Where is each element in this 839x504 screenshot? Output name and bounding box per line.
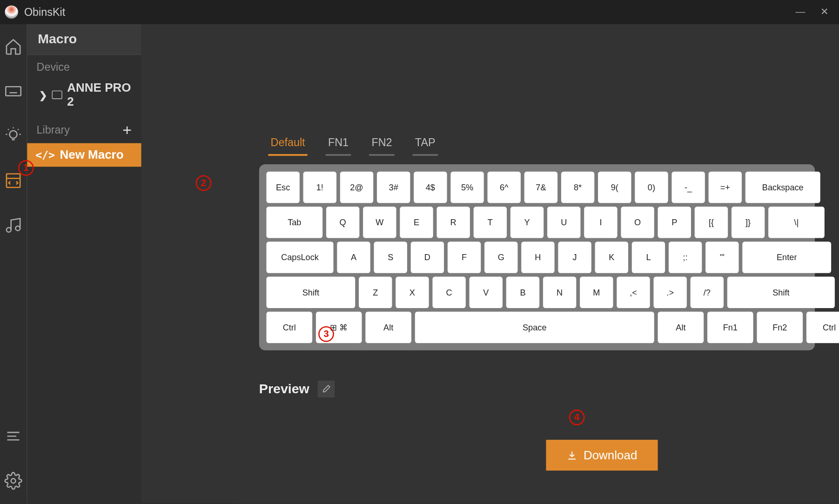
add-macro-button[interactable]: + [122,121,132,140]
key-backspace[interactable]: Backspace [745,172,820,203]
key-backslash[interactable]: \| [768,207,825,238]
key-5[interactable]: 5% [450,172,483,203]
key-space[interactable]: Space [415,312,654,343]
macro-list-item[interactable]: </> New Macro [27,143,141,167]
annotation-4: 4 [569,410,585,425]
download-button[interactable]: Download [546,440,658,470]
home-icon[interactable] [3,36,23,57]
music-icon[interactable] [3,215,23,235]
svg-point-20 [11,478,15,483]
key-minus[interactable]: -_ [671,172,705,203]
keyboard-icon[interactable] [3,81,23,101]
key-h[interactable]: H [521,242,554,273]
code-icon: </> [35,148,55,161]
device-item[interactable]: ❯ ANNE PRO 2 [27,77,141,114]
edit-button[interactable] [318,381,335,397]
key-k[interactable]: K [595,242,628,273]
layer-tabs: Default FN1 FN2 TAP [268,133,815,156]
key-p[interactable]: P [658,207,691,238]
svg-point-6 [9,131,17,138]
download-icon [567,450,577,460]
macro-item-label: New Macro [60,148,124,162]
key-w[interactable]: W [363,207,396,238]
key-c[interactable]: C [432,277,465,308]
device-section-label: Device [27,55,141,77]
key-2[interactable]: 2@ [340,172,373,203]
key-a[interactable]: A [337,242,370,273]
key-1[interactable]: 1! [303,172,336,203]
key-rbracket[interactable]: ]} [732,207,765,238]
keyboard-small-icon [52,91,62,99]
key-q[interactable]: Q [326,207,359,238]
close-button[interactable]: ✕ [820,7,828,17]
annotation-1: 1 [18,160,34,176]
key-v[interactable]: V [470,277,503,308]
key-7[interactable]: 7& [524,172,557,203]
key-d[interactable]: D [411,242,444,273]
window-controls: — ✕ [796,7,834,17]
nav-rail [0,24,26,503]
key-t[interactable]: T [474,207,507,238]
key-g[interactable]: G [484,242,517,273]
key-l[interactable]: L [632,242,665,273]
key-4[interactable]: 4$ [414,172,447,203]
key-lshift[interactable]: Shift [266,277,355,308]
key-6[interactable]: 6^ [488,172,521,203]
svg-line-10 [8,129,9,130]
key-z[interactable]: Z [359,277,392,308]
key-lbracket[interactable]: [{ [695,207,728,238]
settings-icon[interactable] [3,470,23,491]
svg-rect-0 [6,87,20,95]
key-b[interactable]: B [506,277,539,308]
key-0[interactable]: 0) [635,172,668,203]
key-equals[interactable]: =+ [709,172,742,203]
key-tab[interactable]: Tab [266,207,322,238]
tab-default[interactable]: Default [268,133,307,156]
key-8[interactable]: 8* [561,172,594,203]
svg-point-15 [7,228,11,232]
key-rctrl[interactable]: Ctrl [806,312,839,343]
key-x[interactable]: X [396,277,429,308]
key-n[interactable]: N [543,277,576,308]
key-f[interactable]: F [448,242,481,273]
key-y[interactable]: Y [510,207,544,238]
key-e[interactable]: E [400,207,433,238]
key-o[interactable]: O [621,207,654,238]
tab-fn2[interactable]: FN2 [369,133,395,156]
preview-section: Preview [259,381,815,397]
key-r[interactable]: R [436,207,470,238]
key-i[interactable]: I [584,207,617,238]
sidebar: Macro Device ❯ ANNE PRO 2 Library + </> … [26,24,141,503]
key-m[interactable]: M [580,277,613,308]
tab-tap[interactable]: TAP [413,133,438,156]
key-capslock[interactable]: CapsLock [266,242,333,273]
content-area: Default FN1 FN2 TAP Esc 1! 2@ 3# 4$ 5% 6… [141,24,839,503]
key-s[interactable]: S [374,242,407,273]
key-u[interactable]: U [547,207,580,238]
key-lalt[interactable]: Alt [365,312,411,343]
key-rshift[interactable]: Shift [727,277,835,308]
key-3[interactable]: 3# [377,172,410,203]
app-title: ObinsKit [24,6,796,18]
key-slash[interactable]: /? [691,277,724,308]
lightbulb-icon[interactable] [3,126,23,146]
tab-fn1[interactable]: FN1 [326,133,351,156]
key-9[interactable]: 9( [598,172,631,203]
list-icon[interactable] [3,426,23,446]
library-section-label: Library + [27,115,141,143]
key-ralt[interactable]: Alt [658,312,704,343]
app-logo-icon [5,6,18,19]
keyboard-preview: Esc 1! 2@ 3# 4$ 5% 6^ 7& 8* 9( 0) -_ =+ … [259,164,815,350]
key-quote[interactable]: '" [705,242,738,273]
key-comma[interactable]: ,< [617,277,650,308]
key-lctrl[interactable]: Ctrl [266,312,312,343]
annotation-2: 2 [196,175,212,191]
minimize-button[interactable]: — [796,7,805,17]
key-esc[interactable]: Esc [266,172,299,203]
key-semicolon[interactable]: ;: [669,242,702,273]
key-j[interactable]: J [558,242,591,273]
key-period[interactable]: .> [653,277,686,308]
key-enter[interactable]: Enter [742,242,831,273]
key-fn2[interactable]: Fn2 [757,312,803,343]
key-fn1[interactable]: Fn1 [707,312,753,343]
